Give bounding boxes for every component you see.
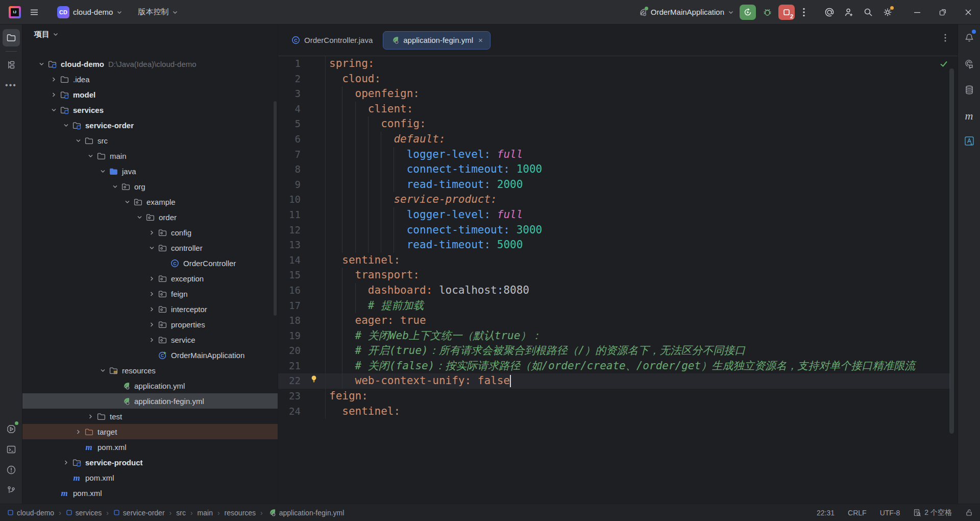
code-line-21[interactable]: 21 # 关闭(false)：按实际请求路径（如/order/create、/o… <box>278 359 950 374</box>
tree-item-pom.xml[interactable]: mpom.xml <box>22 485 278 501</box>
tree-toggle[interactable] <box>48 107 59 113</box>
tree-item-main[interactable]: main <box>22 148 278 163</box>
tree-item-ordercontroller[interactable]: COrderController <box>22 255 278 271</box>
window-close-button[interactable] <box>957 0 980 24</box>
code-line-18[interactable]: 18 eager: true <box>278 313 950 328</box>
tree-item-controller[interactable]: controller <box>22 240 278 255</box>
maven-tool-window-button[interactable]: m <box>961 107 978 125</box>
stop-button[interactable]: 2 <box>778 5 795 20</box>
code-line-8[interactable]: 8 connect-timeout: 1000 <box>278 162 950 177</box>
tree-item-service-order[interactable]: service-order <box>22 117 278 133</box>
ai-assistant-button[interactable] <box>961 55 978 73</box>
tree-toggle[interactable] <box>109 183 120 190</box>
code-line-3[interactable]: 3 openfeign: <box>278 86 950 102</box>
indent-widget[interactable]: 2 个空格 <box>913 508 952 517</box>
project-tool-window-button[interactable] <box>3 29 20 46</box>
tree-item-config[interactable]: config <box>22 225 278 240</box>
tree-item-org[interactable]: org <box>22 179 278 194</box>
tree-toggle[interactable] <box>146 291 157 297</box>
tree-item-pom.xml[interactable]: mpom.xml <box>22 439 278 455</box>
tree-toggle[interactable] <box>72 429 84 435</box>
code-line-6[interactable]: 6 default: <box>278 132 950 147</box>
tree-toggle[interactable] <box>97 367 108 374</box>
code-line-2[interactable]: 2 cloud: <box>278 72 950 87</box>
tree-toggle[interactable] <box>48 76 59 83</box>
tree-toggle[interactable] <box>72 137 84 144</box>
tree-item-model[interactable]: model <box>22 87 278 102</box>
editor-tab-application-fegin.yml[interactable]: application-fegin.yml× <box>383 31 491 50</box>
tree-toggle[interactable] <box>97 168 108 175</box>
editor-tab-ordercontroller.java[interactable]: COrderController.java <box>284 31 380 50</box>
tree-item-exception[interactable]: exception <box>22 271 278 286</box>
chevron-down-icon[interactable] <box>53 31 59 37</box>
code-editor[interactable]: 1spring:2 cloud:3 openfeign:4 client:5 c… <box>278 56 950 419</box>
tree-item-src[interactable]: src <box>22 133 278 148</box>
code-line-15[interactable]: 15 transport: <box>278 268 950 283</box>
debug-button[interactable] <box>759 5 775 20</box>
write-access-widget[interactable] <box>965 509 973 516</box>
tree-item-feign[interactable]: feign <box>22 286 278 301</box>
tree-item-properties[interactable]: properties <box>22 317 278 332</box>
tree-item-java[interactable]: java <box>22 163 278 179</box>
translation-button[interactable] <box>961 132 978 150</box>
tree-item-resources[interactable]: resources <box>22 363 278 378</box>
code-line-11[interactable]: 11 logger-level: full <box>278 207 950 223</box>
code-with-me-button[interactable] <box>840 5 857 20</box>
breadcrumb-application-fegin.yml[interactable]: application-fegin.yml <box>267 508 345 517</box>
services-tool-window-button[interactable] <box>3 420 20 438</box>
code-line-1[interactable]: 1spring: <box>278 56 950 72</box>
tree-item-services[interactable]: services <box>22 102 278 117</box>
main-menu-button[interactable] <box>27 5 42 20</box>
caret-position-widget[interactable]: 22:31 <box>817 509 835 517</box>
tree-item-target[interactable]: target <box>22 424 278 439</box>
code-line-10[interactable]: 10 service-product: <box>278 192 950 207</box>
terminal-tool-window-button[interactable] <box>3 441 20 458</box>
run-configuration-widget[interactable]: OrderMainApplication <box>635 6 737 19</box>
tree-toggle[interactable] <box>146 245 157 251</box>
code-line-4[interactable]: 4 client: <box>278 102 950 117</box>
more-actions-button[interactable] <box>797 5 811 20</box>
code-line-20[interactable]: 20 # 开启(true)：所有请求会被聚合到根路径（/）的资源名下，无法区分不… <box>278 343 950 359</box>
line-separator-widget[interactable]: CRLF <box>848 509 867 517</box>
tree-toggle[interactable] <box>146 229 157 236</box>
window-restore-button[interactable] <box>931 0 954 24</box>
tree-item-interceptor[interactable]: interceptor <box>22 301 278 317</box>
code-line-7[interactable]: 7 logger-level: full <box>278 147 950 162</box>
code-line-19[interactable]: 19 # 关闭Web上下文统一（默认true）： <box>278 328 950 344</box>
code-line-9[interactable]: 9 read-timeout: 2000 <box>278 177 950 193</box>
tree-item-service[interactable]: service <box>22 332 278 347</box>
window-minimize-button[interactable] <box>905 0 929 24</box>
editor-scrollbar[interactable] <box>949 68 954 434</box>
breadcrumb-cloud-demo[interactable]: cloud-demo <box>7 509 54 517</box>
structure-tool-window-button[interactable] <box>3 56 20 74</box>
tree-item-cloud-demo[interactable]: cloud-demoD:\Java(Idea)\cloud-demo <box>22 56 278 72</box>
breadcrumb-service-order[interactable]: service-order <box>113 509 165 517</box>
encoding-widget[interactable]: UTF-8 <box>880 509 900 517</box>
tree-toggle[interactable] <box>146 275 157 282</box>
code-line-12[interactable]: 12 connect-timeout: 3000 <box>278 223 950 238</box>
code-line-14[interactable]: 14 sentinel: <box>278 253 950 268</box>
tree-toggle[interactable] <box>48 91 59 98</box>
notifications-button[interactable] <box>961 29 978 46</box>
tree-item-test[interactable]: test <box>22 409 278 424</box>
vcs-widget[interactable]: 版本控制 <box>134 5 182 19</box>
tree-toggle[interactable] <box>85 153 96 159</box>
tree-toggle[interactable] <box>60 459 71 466</box>
code-line-23[interactable]: 23feign: <box>278 389 950 404</box>
tree-item-example[interactable]: example <box>22 194 278 209</box>
ai-mentions-button[interactable] <box>821 5 838 20</box>
problems-tool-window-button[interactable] <box>3 461 20 479</box>
rerun-button[interactable] <box>740 5 756 20</box>
tree-item-application.yml[interactable]: application.yml <box>22 378 278 393</box>
breadcrumb-resources[interactable]: resources <box>225 509 256 517</box>
breadcrumb-main[interactable]: main <box>198 509 213 517</box>
git-tool-window-button[interactable] <box>3 482 20 499</box>
tree-item-pom.xml[interactable]: mpom.xml <box>22 470 278 485</box>
idea-logo[interactable]: IJ <box>7 5 22 20</box>
settings-button[interactable] <box>879 5 896 20</box>
project-widget[interactable]: CD cloud-demo <box>53 4 127 20</box>
tree-toggle[interactable] <box>146 306 157 313</box>
tab-close-icon[interactable]: × <box>478 36 483 44</box>
tree-toggle[interactable] <box>146 337 157 343</box>
code-line-22[interactable]: 22 web-context-unify: false <box>278 373 950 389</box>
